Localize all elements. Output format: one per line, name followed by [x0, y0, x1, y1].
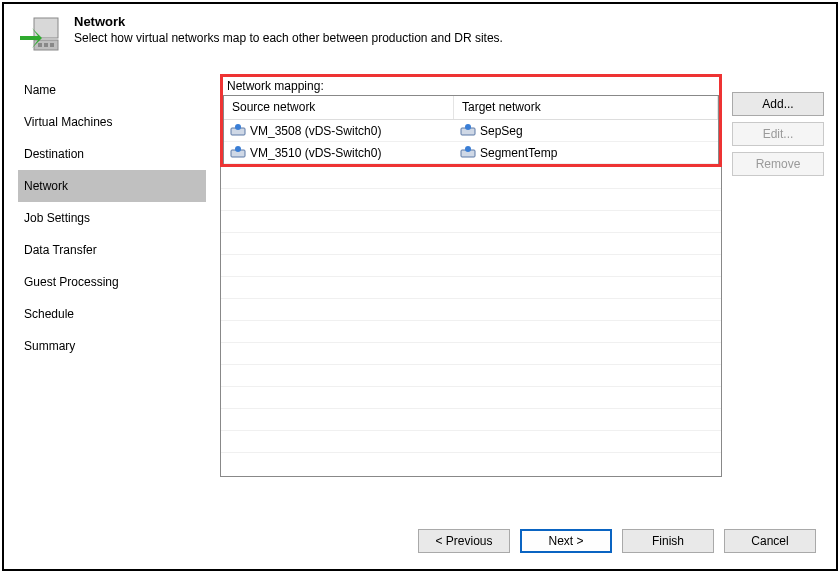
step-label: Summary	[24, 339, 75, 353]
step-data-transfer[interactable]: Data Transfer	[18, 234, 206, 266]
step-label: Virtual Machines	[24, 115, 113, 129]
button-label: Cancel	[751, 534, 788, 548]
mapping-table-empty[interactable]	[220, 167, 722, 477]
button-label: Edit...	[763, 127, 794, 141]
finish-button[interactable]: Finish	[622, 529, 714, 553]
step-job-settings[interactable]: Job Settings	[18, 202, 206, 234]
mapping-label: Network mapping:	[223, 77, 719, 93]
step-summary[interactable]: Summary	[18, 330, 206, 362]
table-row[interactable]: VM_3510 (vDS-Switch0) SegmentTemp	[224, 142, 718, 164]
svg-rect-4	[50, 43, 54, 47]
button-label: Remove	[756, 157, 801, 171]
step-label: Name	[24, 83, 56, 97]
wizard-steps: Name Virtual Machines Destination Networ…	[18, 68, 206, 513]
network-switch-icon	[230, 123, 246, 139]
cell-source: VM_3508 (vDS-Switch0)	[250, 124, 381, 138]
svg-point-7	[235, 124, 241, 130]
step-label: Job Settings	[24, 211, 90, 225]
svg-point-9	[465, 124, 471, 130]
network-switch-icon	[460, 145, 476, 161]
edit-button: Edit...	[732, 122, 824, 146]
button-label: < Previous	[435, 534, 492, 548]
svg-rect-3	[44, 43, 48, 47]
button-label: Finish	[652, 534, 684, 548]
step-label: Destination	[24, 147, 84, 161]
page-subtitle: Select how virtual networks map to each …	[74, 31, 503, 45]
remove-button: Remove	[732, 152, 824, 176]
cell-target: SegmentTemp	[480, 146, 557, 160]
step-label: Network	[24, 179, 68, 193]
step-label: Guest Processing	[24, 275, 119, 289]
previous-button[interactable]: < Previous	[418, 529, 510, 553]
network-switch-icon	[230, 145, 246, 161]
svg-rect-2	[38, 43, 42, 47]
cancel-button[interactable]: Cancel	[724, 529, 816, 553]
wizard-header: Network Select how virtual networks map …	[4, 4, 836, 68]
cell-target: SepSeg	[480, 124, 523, 138]
step-schedule[interactable]: Schedule	[18, 298, 206, 330]
step-network[interactable]: Network	[18, 170, 206, 202]
mapping-highlight: Network mapping: Source network Target n…	[220, 74, 722, 167]
step-name[interactable]: Name	[18, 74, 206, 106]
svg-point-13	[465, 146, 471, 152]
next-button[interactable]: Next >	[520, 529, 612, 553]
table-header: Source network Target network	[224, 96, 718, 120]
add-button[interactable]: Add...	[732, 92, 824, 116]
step-guest-processing[interactable]: Guest Processing	[18, 266, 206, 298]
col-target[interactable]: Target network	[454, 96, 718, 119]
wizard-footer: < Previous Next > Finish Cancel	[4, 513, 836, 569]
cell-source: VM_3510 (vDS-Switch0)	[250, 146, 381, 160]
col-source[interactable]: Source network	[224, 96, 454, 119]
button-label: Add...	[762, 97, 793, 111]
page-title: Network	[74, 14, 503, 29]
network-switch-icon	[460, 123, 476, 139]
step-destination[interactable]: Destination	[18, 138, 206, 170]
step-label: Schedule	[24, 307, 74, 321]
step-label: Data Transfer	[24, 243, 97, 257]
table-row[interactable]: VM_3508 (vDS-Switch0) SepSeg	[224, 120, 718, 142]
network-header-icon	[18, 14, 62, 58]
button-label: Next >	[548, 534, 583, 548]
step-virtual-machines[interactable]: Virtual Machines	[18, 106, 206, 138]
svg-point-11	[235, 146, 241, 152]
